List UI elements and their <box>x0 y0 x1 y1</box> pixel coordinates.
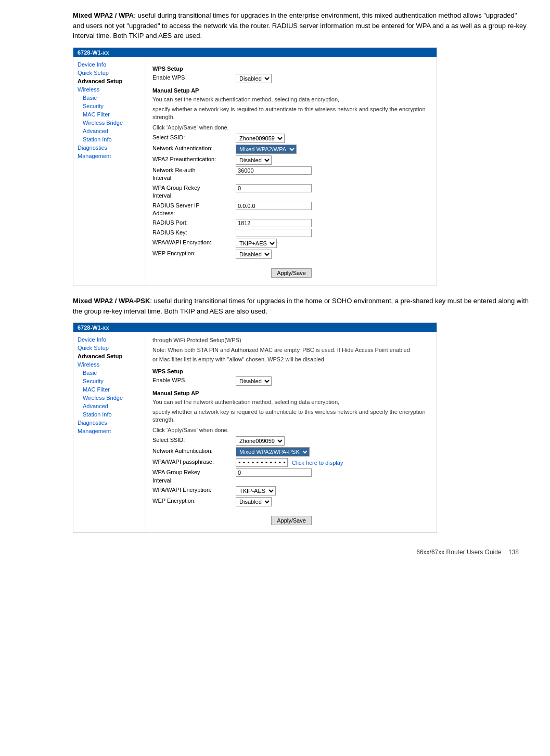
router2-nav-device-info[interactable]: Device Info <box>73 335 146 344</box>
router1-network-auth-label: Network Authentication: <box>152 145 236 152</box>
router2-wpa-wapi-encryption-label: WPA/WAPI Encryption: <box>152 486 236 494</box>
router1-enable-wps-select[interactable]: Disabled <box>236 74 272 83</box>
router1-nav-station-info[interactable]: Station Info <box>73 135 146 144</box>
router1-wpa2-preauthentication-select[interactable]: Disabled <box>236 155 272 165</box>
router1-enable-wps-row: Enable WPS Disabled <box>152 74 430 83</box>
router2-network-auth-value[interactable]: Mixed WPA2/WPA-PSK <box>236 447 430 457</box>
router-screenshot-2: 6728-W1-xx Device Info Quick Setup Advan… <box>73 322 437 533</box>
router2-ssid-select[interactable]: Zhone009059 <box>236 436 285 446</box>
section1-title-suffix: : useful during transitional times for u… <box>73 11 527 40</box>
router2-nav-mac-filter[interactable]: MAC Filter <box>73 385 146 394</box>
router1-wpa2-preauthentication-value[interactable]: Disabled <box>236 155 430 165</box>
router1-radius-server-ip-value[interactable] <box>236 202 430 210</box>
router2-nav-advanced-setup[interactable]: Advanced Setup <box>73 352 146 360</box>
router2-wps-setup-title: WPS Setup <box>152 368 430 374</box>
router2-enable-wps-label: Enable WPS <box>152 376 236 384</box>
router2-nav-quick-setup[interactable]: Quick Setup <box>73 344 146 352</box>
router1-radius-key-input[interactable] <box>236 229 312 237</box>
router2-main: through WiFi Protcted Setup(WPS) Note: W… <box>146 332 437 532</box>
router1-wpa-wapi-encryption-select[interactable]: TKIP+AES <box>236 239 277 248</box>
router2-wpa-passphrase-row: WPA/WAPI passphrase: Click here to displ… <box>152 458 430 467</box>
router1-radius-port-value[interactable] <box>236 219 430 227</box>
router2-select-ssid-value[interactable]: Zhone009059 <box>236 436 430 446</box>
router1-nav-wireless-bridge[interactable]: Wireless Bridge <box>73 119 146 127</box>
router1-nav-advanced-setup[interactable]: Advanced Setup <box>73 77 146 85</box>
router1-nav-device-info[interactable]: Device Info <box>73 60 146 69</box>
router2-wpa-group-rekey-label: WPA Group Rekey Interval: <box>152 468 236 485</box>
router1-manual-setup-title: Manual Setup AP <box>152 87 430 94</box>
router2-nav-diagnostics[interactable]: Diagnostics <box>73 419 146 427</box>
router2-top-note1: through WiFi Protcted Setup(WPS) <box>152 336 430 344</box>
router2-wep-encryption-select[interactable]: Disabled <box>236 497 272 506</box>
router1-nav-security[interactable]: Security <box>73 102 146 110</box>
router2-click-here-link[interactable]: Click here to display <box>292 460 343 466</box>
router1-select-ssid-row: Select SSID: Zhone009059 <box>152 134 430 143</box>
router1-btn-row: Apply/Save <box>152 263 430 278</box>
router2-apply-save-button[interactable]: Apply/Save <box>271 516 312 525</box>
router2-nav: Device Info Quick Setup Advanced Setup W… <box>73 332 146 532</box>
section2-paragraph: Mixed WPA2 / WPA-PSK: useful during tran… <box>73 296 529 316</box>
router1-wep-encryption-select[interactable]: Disabled <box>236 250 272 259</box>
router1-nav-diagnostics[interactable]: Diagnostics <box>73 144 146 152</box>
router1-select-ssid-value[interactable]: Zhone009059 <box>236 134 430 143</box>
router1-network-auth-value[interactable]: Mixed WPA2/WPA <box>236 145 430 154</box>
router2-nav-advanced[interactable]: Advanced <box>73 402 146 410</box>
router2-nav-wireless[interactable]: Wireless <box>73 360 146 369</box>
router2-wpa-wapi-encryption-select[interactable]: TKIP-AES <box>236 486 276 496</box>
router1-network-auth-select[interactable]: Mixed WPA2/WPA <box>236 145 297 154</box>
router1-header: 6728-W1-xx <box>73 48 437 57</box>
router1-desc1: You can set the network authentication m… <box>152 96 430 103</box>
router1-ssid-select[interactable]: Zhone009059 <box>236 134 285 143</box>
router1-wep-encryption-label: WEP Encryption: <box>152 250 236 257</box>
router1-network-reauth-row: Network Re-auth Interval: <box>152 166 430 183</box>
router1-radius-server-ip-input[interactable] <box>236 202 312 210</box>
router1-wpa-wapi-encryption-value[interactable]: TKIP+AES <box>236 239 430 248</box>
router1-wpa-group-rekey-input[interactable] <box>236 184 312 192</box>
router1-nav-basic[interactable]: Basic <box>73 94 146 102</box>
router2-nav-wireless-bridge[interactable]: Wireless Bridge <box>73 394 146 402</box>
router2-nav-station-info[interactable]: Station Info <box>73 410 146 419</box>
router2-wpa-group-rekey-input[interactable] <box>236 468 312 477</box>
router1-wpa-group-rekey-value[interactable] <box>236 184 430 192</box>
router1-radius-server-ip-label: RADIUS Server IP Address: <box>152 202 236 218</box>
router2-network-auth-select[interactable]: Mixed WPA2/WPA-PSK <box>236 447 310 457</box>
router1-radius-port-input[interactable] <box>236 219 312 227</box>
router1-wpa2-preauthentication-row: WPA2 Preauthentication: Disabled <box>152 155 430 165</box>
router1-desc2: specify whether a network key is require… <box>152 106 430 122</box>
router2-enable-wps-row: Enable WPS Disabled <box>152 376 430 386</box>
router1-wep-encryption-value[interactable]: Disabled <box>236 250 430 259</box>
router1-wpa-group-rekey-label: WPA Group Rekey Interval: <box>152 184 236 200</box>
router1-wpa-wapi-encryption-row: WPA/WAPI Encryption: TKIP+AES <box>152 239 430 248</box>
router1-select-ssid-label: Select SSID: <box>152 134 236 141</box>
router1-nav-wireless[interactable]: Wireless <box>73 85 146 94</box>
section1-title: Mixed WPA2 / WPA <box>73 11 134 19</box>
router2-nav-security[interactable]: Security <box>73 377 146 385</box>
router1-nav-mac-filter[interactable]: MAC Filter <box>73 110 146 119</box>
router2-nav-basic[interactable]: Basic <box>73 369 146 377</box>
router1-network-reauth-input[interactable] <box>236 166 312 175</box>
router1-radius-key-value[interactable] <box>236 229 430 237</box>
router2-wpa-wapi-encryption-value[interactable]: TKIP-AES <box>236 486 430 496</box>
router1-radius-port-label: RADIUS Port: <box>152 219 236 227</box>
router1-main: WPS Setup Enable WPS Disabled Manual Set… <box>146 57 437 285</box>
router2-enable-wps-select[interactable]: Disabled <box>236 376 272 386</box>
router1-network-reauth-value[interactable] <box>236 166 430 175</box>
router2-wpa-passphrase-value[interactable]: Click here to display <box>236 458 430 467</box>
router2-enable-wps-value[interactable]: Disabled <box>236 376 430 386</box>
router2-wpa-group-rekey-value[interactable] <box>236 468 430 477</box>
router1-nav-management[interactable]: Management <box>73 152 146 160</box>
router1-enable-wps-label: Enable WPS <box>152 74 236 82</box>
router1-nav-advanced[interactable]: Advanced <box>73 127 146 135</box>
router2-nav-management[interactable]: Management <box>73 427 146 435</box>
router1-enable-wps-value[interactable]: Disabled <box>236 74 430 83</box>
router2-desc3: Click 'Apply/Save' when done. <box>152 426 430 434</box>
router2-wep-encryption-value[interactable]: Disabled <box>236 497 430 506</box>
router2-body: Device Info Quick Setup Advanced Setup W… <box>73 332 437 532</box>
router2-wpa-passphrase-input[interactable] <box>236 458 288 467</box>
router1-apply-save-button[interactable]: Apply/Save <box>271 268 312 278</box>
router1-nav-quick-setup[interactable]: Quick Setup <box>73 69 146 77</box>
router1-radius-key-row: RADIUS Key: <box>152 229 430 237</box>
main-content: Mixed WPA2 / WPA: useful during transiti… <box>52 10 529 533</box>
router2-top-note2: Note: When both STA PIN and Authorized M… <box>152 346 430 354</box>
router2-network-auth-label: Network Authentication: <box>152 447 236 455</box>
